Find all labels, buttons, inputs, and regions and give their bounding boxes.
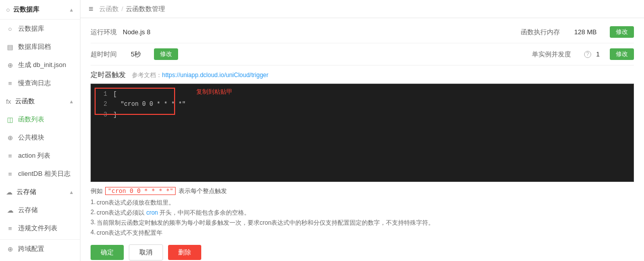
code-editor-wrapper: 1 [ 2 "cron 0 0 * * * *" 3 ] [91, 84, 634, 182]
sidebar-item-label: 公共模块 [18, 133, 74, 142]
sidebar: ○ 云数据库 ▲ ○ 云数据库 ▤ 数据库回档 ⊕ 生成 db_init.jso… [0, 0, 80, 261]
func-list-icon: ◫ [6, 115, 14, 123]
note-example-prefix: 例如 [91, 187, 103, 194]
note-item-3: 当前限制云函数定时触发的频率为每小时最多触发一次，要求cron表达式中的秒和分仅… [91, 219, 634, 227]
concurrency-value: 1 [596, 50, 600, 58]
runtime-group: 运行环境 Node.js 8 [91, 28, 155, 37]
sidebar-item-web-hosting[interactable]: 👤 前端网页托管 [0, 258, 80, 261]
sidebar-item-cloud-storage[interactable]: ☁ 云存储 [0, 201, 80, 219]
sidebar-item-db-archive[interactable]: ▤ 数据库回档 [0, 38, 80, 56]
sidebar-item-slow-log[interactable]: ≡ 慢查询日志 [0, 74, 80, 92]
confirm-button[interactable]: 确定 [91, 245, 124, 260]
memory-label: 函数执行内存 [521, 28, 560, 37]
trigger-ref-link[interactable]: https://uniapp.dcloud.io/uniCloud/trigge… [162, 72, 268, 79]
cloud-storage-icon: ☁ [6, 206, 14, 214]
code-line-2: 2 "cron 0 0 * * * *" [97, 99, 627, 109]
runtime-label: 运行环境 [91, 28, 117, 37]
menu-icon[interactable]: ≡ [89, 5, 93, 14]
sidebar-title: 云数据库 [13, 5, 39, 14]
trigger-section: 定时器触发 参考文档： https://uniapp.dcloud.io/uni… [91, 71, 634, 260]
note-list: cron表达式必须放在数组里。 cron表达式必须以 cron 开头，中间不能包… [91, 199, 634, 237]
clientdb-icon: ≡ [6, 170, 14, 178]
cloud-db-icon: ○ [6, 25, 14, 33]
breadcrumb-separator: / [121, 5, 123, 13]
main-area: ≡ 云函数 / 云函数数管理 运行环境 Node.js 8 函数执行内存 128… [80, 0, 644, 261]
concurrency-label: 单实例并发度 [532, 50, 571, 59]
sidebar-item-clientdb-log[interactable]: ≡ clientDB 相关日志 [0, 165, 80, 183]
module-icon: ⊕ [6, 134, 14, 142]
files-icon: ≡ [6, 224, 14, 232]
sidebar-item-func-list[interactable]: ◫ 函数列表 [0, 110, 80, 128]
sidebar-header[interactable]: ○ 云数据库 ▲ [0, 0, 80, 20]
archive-icon: ▤ [6, 43, 14, 51]
sidebar-arrow-icon: ▲ [69, 7, 74, 13]
note-item-2: cron表达式必须以 cron 开头，中间不能包含多余的空格。 [91, 209, 634, 217]
sidebar-group-cloud-storage[interactable]: ☁ 云存储 ▲ [0, 183, 80, 201]
sidebar-item-cloud-db[interactable]: ○ 云数据库 [0, 20, 80, 38]
sidebar-group-cloud-func[interactable]: fx 云函数 ▲ [0, 92, 80, 110]
sidebar-item-label: 跨域配置 [18, 244, 74, 253]
trigger-ref-label: 参考文档： [132, 71, 162, 80]
sidebar-item-label: 慢查询日志 [18, 79, 74, 88]
group-label: 云存储 [17, 187, 36, 197]
note-item-4: cron表达式不支持配置年 [91, 229, 634, 237]
breadcrumb-item-2: 云函数数管理 [126, 5, 165, 14]
timeout-value: 5秒 [131, 50, 141, 59]
sidebar-item-public-module[interactable]: ⊕ 公共模块 [0, 128, 80, 147]
group-arrow-icon: ▲ [69, 99, 74, 104]
note-item-1: cron表达式必须放在数组里。 [91, 199, 634, 207]
sidebar-item-db-init[interactable]: ⊕ 生成 db_init.json [0, 56, 80, 74]
content-area: 运行环境 Node.js 8 函数执行内存 128 MB 修改 超时时间 5秒 … [80, 18, 644, 261]
sidebar-item-label: 云数据库 [18, 24, 74, 33]
group-label: 云函数 [15, 97, 35, 106]
log-icon: ≡ [6, 79, 14, 87]
modify-timeout-button[interactable]: 修改 [154, 48, 178, 60]
sidebar-item-label: 生成 db_init.json [18, 60, 74, 70]
note-example-suffix: 表示每个整点触发 [179, 187, 227, 194]
memory-value: 128 MB [574, 28, 597, 36]
modify-concurrency-button[interactable]: 修改 [610, 48, 634, 60]
code-line-1: 1 [ [97, 89, 627, 99]
topbar: ≡ 云函数 / 云函数数管理 [80, 0, 644, 18]
trigger-header: 定时器触发 参考文档： https://uniapp.dcloud.io/uni… [91, 71, 634, 80]
sidebar-item-label: action 列表 [18, 151, 74, 160]
note-example: 例如 "cron 0 0 * * * *" 表示每个整点触发 [91, 187, 634, 195]
sidebar-item-label: clientDB 相关日志 [18, 169, 74, 178]
storage-group-icon: ☁ [6, 188, 13, 196]
action-buttons: 确定 取消 删除 [91, 244, 634, 260]
notes-section: 例如 "cron 0 0 * * * *" 表示每个整点触发 cron表达式必须… [91, 187, 634, 237]
modify-memory-button[interactable]: 修改 [610, 26, 634, 38]
concurrency-help-icon[interactable]: ? [584, 51, 591, 58]
sidebar-item-label: 违规文件列表 [18, 224, 74, 233]
sidebar-item-label: 云存储 [18, 206, 74, 215]
code-editor-container: 1 [ 2 "cron 0 0 * * * *" 3 ] [91, 84, 634, 182]
delete-button[interactable]: 删除 [168, 245, 201, 260]
action-icon: ≡ [6, 152, 14, 160]
info-row-1: 运行环境 Node.js 8 函数执行内存 128 MB 修改 [91, 26, 634, 43]
note-example-code: "cron 0 0 * * * *" [105, 187, 176, 195]
cancel-button[interactable]: 取消 [129, 244, 163, 260]
cors-icon: ⊕ [6, 245, 14, 253]
code-line-3: 3 ] [97, 110, 627, 120]
code-display: 1 [ 2 "cron 0 0 * * * *" 3 ] [91, 84, 633, 125]
breadcrumb: 云函数 / 云函数数管理 [99, 5, 165, 14]
trigger-title: 定时器触发 [91, 71, 126, 80]
sidebar-item-label: 函数列表 [18, 115, 74, 124]
info-row-2: 超时时间 5秒 修改 单实例并发度 ? 1 修改 [91, 48, 634, 66]
breadcrumb-item-1: 云函数 [99, 5, 119, 14]
group-arrow-icon: ▲ [69, 189, 74, 195]
function-icon: fx [6, 98, 11, 105]
sidebar-item-action-list[interactable]: ≡ action 列表 [0, 147, 80, 165]
sidebar-item-violation-files[interactable]: ≡ 违规文件列表 [0, 219, 80, 237]
runtime-value: Node.js 8 [123, 28, 150, 36]
sidebar-item-cors[interactable]: ⊕ 跨域配置 [0, 239, 80, 258]
timeout-label: 超时时间 [91, 50, 117, 59]
cron-keyword: cron [146, 209, 158, 216]
database-icon: ○ [6, 6, 10, 14]
sidebar-item-label: 数据库回档 [18, 42, 74, 51]
generate-icon: ⊕ [6, 61, 14, 69]
